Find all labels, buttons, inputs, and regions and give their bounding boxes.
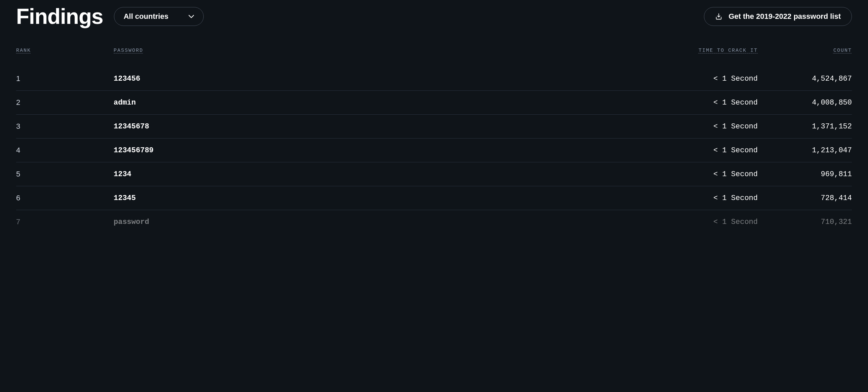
column-header-time[interactable]: TIME TO CRACK IT (312, 48, 758, 54)
chevron-down-icon (189, 14, 194, 19)
table-row: 4123456789< 1 Second1,213,047 (16, 139, 852, 162)
cell-rank: 4 (16, 146, 114, 155)
table-row: 51234< 1 Second969,811 (16, 162, 852, 186)
cell-rank: 6 (16, 194, 114, 202)
cell-count: 4,008,850 (758, 98, 852, 107)
cell-password: 12345 (114, 194, 312, 202)
cell-rank: 1 (16, 74, 114, 83)
cell-count: 1,371,152 (758, 122, 852, 131)
table-row: 612345< 1 Second728,414 (16, 186, 852, 210)
findings-table: RANK PASSWORD TIME TO CRACK IT COUNT 112… (16, 42, 852, 234)
cell-password: password (114, 218, 312, 226)
cell-time: < 1 Second (312, 122, 758, 131)
column-header-count[interactable]: COUNT (758, 48, 852, 54)
table-row: 312345678< 1 Second1,371,152 (16, 115, 852, 139)
cell-count: 728,414 (758, 194, 852, 202)
table-row: 7password< 1 Second710,321 (16, 210, 852, 234)
header-row: Findings All countries Get the 2019-2022… (16, 0, 852, 42)
table-row: 2admin< 1 Second4,008,850 (16, 91, 852, 115)
cell-password: 123456789 (114, 146, 312, 155)
table-header: RANK PASSWORD TIME TO CRACK IT COUNT (16, 42, 852, 59)
column-header-password[interactable]: PASSWORD (114, 48, 312, 54)
cell-count: 969,811 (758, 170, 852, 179)
cell-rank: 3 (16, 122, 114, 131)
cell-password: 1234 (114, 170, 312, 179)
cell-time: < 1 Second (312, 218, 758, 226)
cell-rank: 2 (16, 98, 114, 107)
column-header-rank[interactable]: RANK (16, 48, 114, 54)
cell-time: < 1 Second (312, 74, 758, 83)
cell-password: 12345678 (114, 122, 312, 131)
table-body: 1123456< 1 Second4,524,8672admin< 1 Seco… (16, 67, 852, 234)
cell-password: admin (114, 98, 312, 107)
cell-count: 710,321 (758, 218, 852, 226)
cell-time: < 1 Second (312, 170, 758, 179)
cell-time: < 1 Second (312, 98, 758, 107)
download-button-label: Get the 2019-2022 password list (728, 12, 841, 21)
cell-rank: 5 (16, 170, 114, 179)
download-icon (715, 13, 722, 20)
country-dropdown[interactable]: All countries (114, 7, 204, 26)
cell-rank: 7 (16, 217, 114, 226)
country-dropdown-label: All countries (124, 12, 168, 21)
cell-count: 4,524,867 (758, 74, 852, 83)
download-password-list-button[interactable]: Get the 2019-2022 password list (704, 7, 852, 26)
cell-count: 1,213,047 (758, 146, 852, 155)
table-row: 1123456< 1 Second4,524,867 (16, 67, 852, 91)
cell-password: 123456 (114, 74, 312, 83)
page-title: Findings (16, 4, 103, 29)
cell-time: < 1 Second (312, 194, 758, 202)
cell-time: < 1 Second (312, 146, 758, 155)
